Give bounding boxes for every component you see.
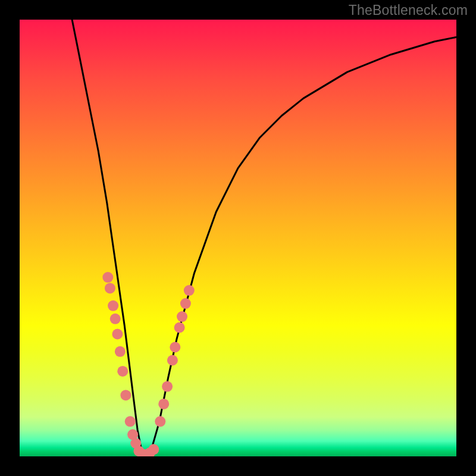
left-branch-dots-point <box>115 346 126 357</box>
left-branch-dots-point <box>110 314 121 324</box>
left-branch-dots-point <box>120 390 131 400</box>
trough-dots-point <box>148 444 159 455</box>
left-branch-dots-point <box>105 283 115 293</box>
left-branch-dots-point <box>112 329 123 340</box>
chart-frame: TheBottleneck.com <box>0 0 476 476</box>
right-branch-dots-point <box>155 416 165 427</box>
right-branch-dots-point <box>167 355 178 366</box>
v-curve <box>72 20 456 456</box>
chart-svg <box>20 20 456 456</box>
right-branch-dots-point <box>162 381 173 392</box>
left-branch-dots-point <box>108 300 118 311</box>
right-branch-dots-point <box>174 322 185 333</box>
plot-area <box>20 20 456 456</box>
left-branch-dots-point <box>102 272 113 283</box>
right-branch-dots-point <box>180 298 191 309</box>
right-branch-dots-point <box>184 285 195 296</box>
left-branch-dots-point <box>125 416 136 427</box>
right-branch-dots-point <box>177 311 187 322</box>
right-branch-dots-point <box>170 342 180 353</box>
left-branch-dots-point <box>117 366 128 377</box>
curve-markers <box>102 272 194 456</box>
right-branch-dots-point <box>158 399 169 409</box>
watermark-text: TheBottleneck.com <box>349 2 468 18</box>
